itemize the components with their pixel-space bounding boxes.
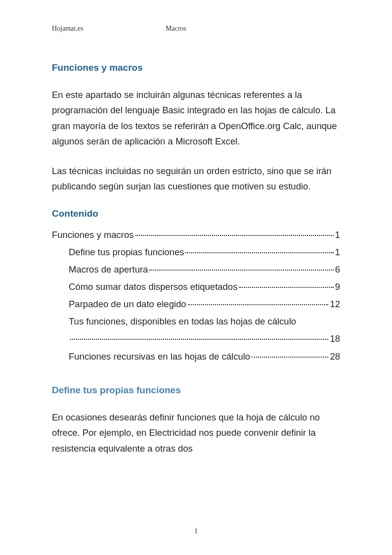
toc-entry-title: Funciones y macros (52, 226, 134, 243)
document-page: Hojamat.es Macros Funciones y macros En … (0, 0, 392, 476)
toc-leader-dots (252, 357, 328, 358)
toc-entry-page: 6 (335, 261, 340, 278)
toc-leader-dots (149, 270, 333, 271)
header-topic: Macros (166, 25, 186, 33)
toc-entry: Define tus propias funciones 1 (52, 243, 340, 261)
toc-entry-title: Macros de apertura (69, 261, 148, 278)
toc-entry: Parpadeo de un dato elegido 12 (52, 295, 340, 313)
toc-entry-title: Define tus propias funciones (69, 243, 184, 261)
toc-entry-page: 9 (335, 278, 340, 295)
toc-entry: Funciones y macros 1 (52, 226, 340, 243)
page-header: Hojamat.es Macros (52, 25, 340, 33)
toc-entry: Cómo sumar datos dispersos etiquetados 9 (52, 278, 340, 295)
toc-entry-page: 12 (330, 295, 340, 313)
section-heading: Define tus propias funciones (52, 385, 340, 396)
toc-entry-page: 1 (335, 243, 340, 261)
section-paragraph-1: En ocasiones desearás definir funciones … (52, 410, 340, 456)
toc-entry: Funciones recursivas en las hojas de cál… (52, 348, 340, 365)
intro-paragraph-2: Las técnicas incluidas no seguirán un or… (52, 163, 340, 194)
toc-entry-title: Cómo sumar datos dispersos etiquetados (69, 278, 237, 295)
toc-entry-title: Parpadeo de un dato elegido (69, 295, 186, 313)
page-number: 1 (0, 527, 392, 535)
toc-entry-continuation: 18 (52, 330, 340, 347)
toc-heading: Contenido (52, 208, 340, 219)
toc-entry-page: 18 (330, 330, 340, 347)
toc-leader-dots (135, 235, 334, 236)
toc-leader-dots (70, 339, 328, 340)
toc-entry: Macros de apertura 6 (52, 261, 340, 278)
intro-paragraph-1: En este apartado se incluirán algunas té… (52, 87, 340, 149)
table-of-contents: Funciones y macros 1Define tus propias f… (52, 226, 340, 365)
toc-leader-dots (188, 304, 329, 305)
toc-entry-page: 28 (330, 348, 340, 365)
toc-entry: Tus funciones, disponibles en todas las … (52, 313, 340, 330)
toc-entry-title: Tus funciones, disponibles en todas las … (69, 313, 296, 330)
toc-entry-title: Funciones recursivas en las hojas de cál… (69, 348, 250, 365)
toc-entry-page: 1 (335, 226, 340, 243)
header-site: Hojamat.es (52, 25, 166, 33)
toc-leader-dots (239, 287, 333, 288)
doc-title: Funciones y macros (52, 62, 340, 73)
toc-leader-dots (185, 252, 333, 253)
